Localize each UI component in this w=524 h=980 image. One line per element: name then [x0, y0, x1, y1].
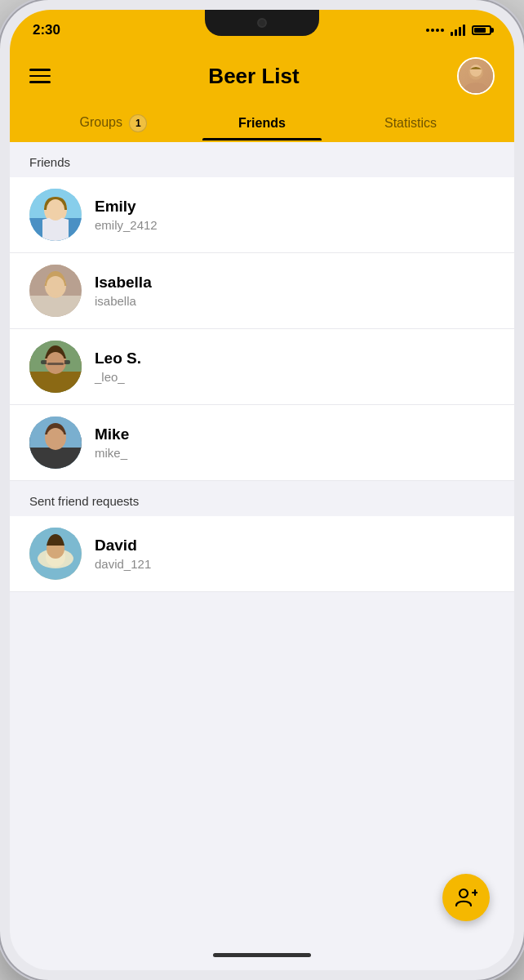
screen: 2:30: [10, 10, 514, 970]
svg-point-14: [47, 352, 64, 372]
camera: [257, 18, 267, 28]
user-avatar-image: [459, 59, 493, 93]
status-time: 2:30: [33, 22, 60, 38]
battery-icon: [472, 25, 491, 35]
isabella-handle: isabella: [95, 294, 152, 308]
tab-groups[interactable]: Groups 1: [39, 105, 188, 142]
leo-avatar: [29, 341, 82, 393]
svg-rect-15: [47, 363, 64, 365]
list-item[interactable]: Emily emily_2412: [10, 177, 514, 253]
content: Friends Emily emily_2412: [10, 142, 514, 755]
sent-requests-section-header: Sent friend requests: [10, 481, 514, 516]
svg-point-5: [47, 199, 64, 220]
svg-rect-11: [29, 372, 82, 393]
isabella-name: Isabella: [95, 274, 152, 292]
home-indicator: [213, 953, 311, 957]
list-item[interactable]: David david_121: [10, 516, 514, 592]
list-item[interactable]: Isabella isabella: [10, 253, 514, 329]
isabella-info: Isabella isabella: [95, 274, 152, 308]
svg-point-1: [470, 65, 482, 77]
emily-avatar: [29, 189, 82, 241]
david-handle: david_121: [95, 557, 151, 571]
emily-name: Emily: [95, 198, 158, 216]
david-info: David david_121: [95, 537, 151, 571]
svg-point-9: [47, 276, 64, 296]
friends-section-header: Friends: [10, 142, 514, 177]
svg-point-24: [460, 889, 468, 898]
list-item[interactable]: Leo S. _leo_: [10, 329, 514, 405]
mike-name: Mike: [95, 425, 129, 443]
phone-frame: 2:30: [0, 0, 524, 980]
add-friend-button[interactable]: [442, 874, 490, 921]
list-item[interactable]: Mike mike_: [10, 405, 514, 481]
status-icons: [426, 24, 491, 36]
mike-info: Mike mike_: [95, 425, 129, 460]
header: Beer List Groups 1: [10, 51, 514, 142]
isabella-avatar: [29, 265, 82, 317]
groups-badge: 1: [129, 114, 147, 132]
empty-space: [10, 592, 514, 755]
tab-statistics[interactable]: Statistics: [336, 106, 485, 140]
leo-name: Leo S.: [95, 350, 141, 368]
svg-point-19: [47, 428, 64, 448]
wifi-icon: [451, 24, 465, 36]
tabs: Groups 1 Friends Statistics: [29, 105, 495, 142]
mike-avatar: [29, 416, 82, 469]
notch: [205, 10, 319, 36]
mike-handle: mike_: [95, 446, 129, 460]
signal-icon: [426, 29, 444, 32]
tab-friends[interactable]: Friends: [188, 106, 336, 140]
emily-handle: emily_2412: [95, 218, 158, 232]
david-avatar: [29, 528, 82, 580]
svg-rect-7: [29, 296, 82, 317]
leo-info: Leo S. _leo_: [95, 350, 141, 384]
user-avatar[interactable]: [457, 57, 495, 95]
david-name: David: [95, 537, 151, 555]
app-title: Beer List: [208, 64, 299, 89]
leo-handle: _leo_: [95, 370, 141, 384]
add-friend-icon: [455, 886, 477, 909]
emily-info: Emily emily_2412: [95, 198, 158, 232]
menu-button[interactable]: [29, 69, 51, 83]
svg-rect-17: [29, 448, 82, 469]
